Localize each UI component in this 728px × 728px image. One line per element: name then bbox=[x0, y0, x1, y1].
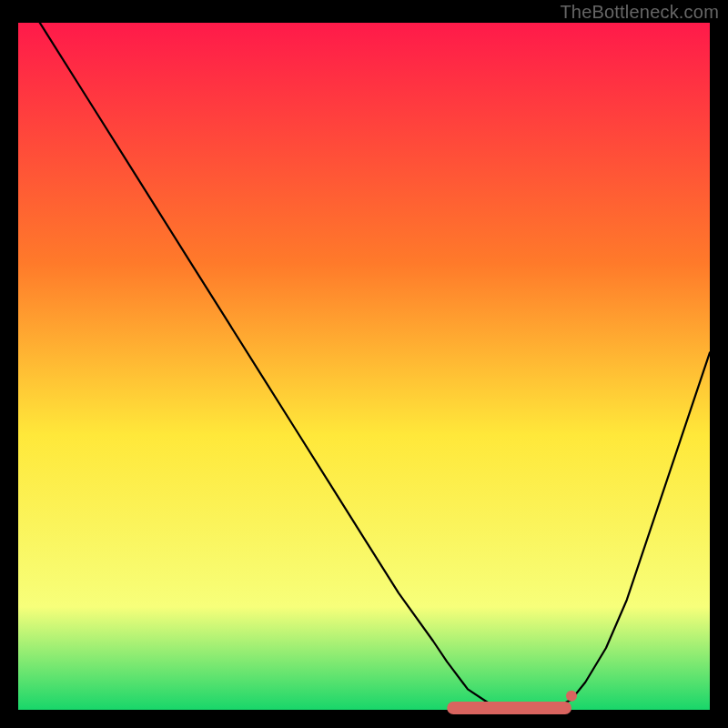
bottleneck-chart-svg bbox=[0, 0, 728, 728]
optimal-point-marker bbox=[566, 691, 577, 702]
optimal-range-marker bbox=[447, 702, 571, 714]
chart-container: TheBottleneck.com bbox=[0, 0, 728, 728]
gradient-background bbox=[18, 23, 710, 710]
watermark-text: TheBottleneck.com bbox=[560, 2, 719, 23]
